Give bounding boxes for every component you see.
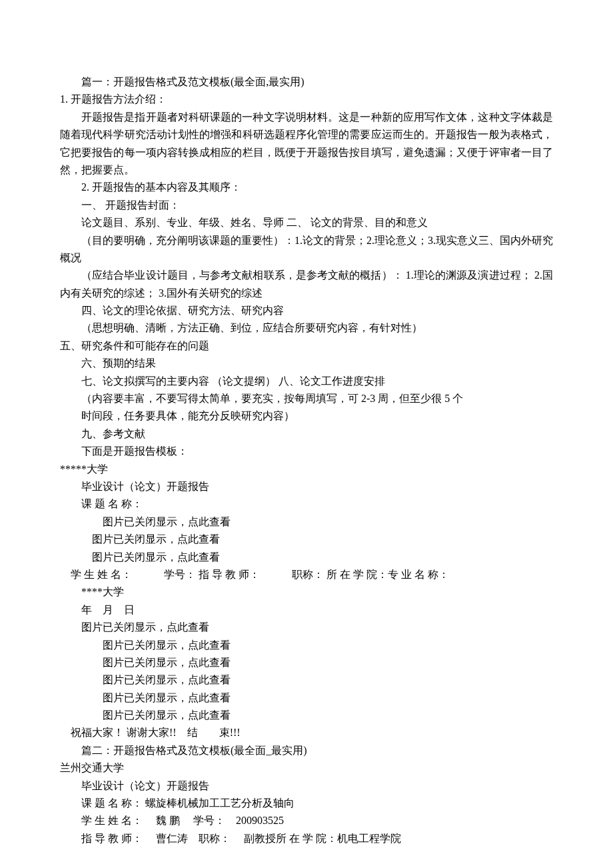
document-line: 学 生 姓 名： 学号： 指 导 教 师： 职称： 所 在 学 院：专 业 名 … [60,566,553,583]
document-line: 毕业设计（论文）开题报告 [60,478,553,495]
document-line: 图片已关闭显示，点此查看 [60,549,553,566]
document-line: 1. 开题报告方法介绍： [60,91,553,108]
document-line: 开题报告是指开题者对科研课题的一种文字说明材料。这是一种新的应用写作文体，这种文… [60,109,553,179]
document-line: 图片已关闭显示，点此查看 [60,531,553,548]
document-line: 七、论文拟撰写的主要内容 （论文提纲） 八、论文工作进度安排 [60,373,553,390]
document-line: 课 题 名 称： 螺旋棒机械加工工艺分析及轴向 [60,795,553,812]
document-line: （目的要明确，充分阐明该课题的重要性）：1.论文的背景；2.理论意义；3.现实意… [60,232,553,267]
document-page: 篇一：开题报告格式及范文模板(最全面,最实用)1. 开题报告方法介绍：开题报告是… [0,0,613,868]
document-line: 指 导 教 师： 曹仁涛 职称： 副教授所 在 学 院：机电工程学院 [60,830,553,847]
document-line: 九、参考文献 [60,425,553,443]
document-line: 五、研究条件和可能存在的问题 [60,337,553,355]
document-line: 四、论文的理论依据、研究方法、研究内容 [60,302,553,319]
document-line: 论文题目、系别、专业、年级、姓名、导师 二、 论文的背景、目的和意义 [60,214,553,231]
document-line: ****大学 [60,583,553,601]
document-line: 篇二：开题报告格式及范文模板(最全面_最实用) [60,742,553,759]
document-line: 课 题 名 称： [60,495,553,513]
document-line: 学 生 姓 名： 魏 鹏 学号： 200903525 [60,812,553,829]
document-line: 年 月 日 [60,601,553,619]
document-line: 图片已关闭显示，点此查看 [60,513,553,531]
document-line: 图片已关闭显示，点此查看 [60,689,553,707]
document-line: *****大学 [60,461,553,478]
document-line: 图片已关闭显示，点此查看 [60,671,553,689]
document-line: 六、预期的结果 [60,355,553,372]
document-line: 图片已关闭显示，点此查看 [60,654,553,671]
document-line: 毕业设计（论文）开题报告 [60,777,553,795]
document-line: 一、 开题报告封面： [60,197,553,214]
document-line: （应结合毕业设计题目，与参考文献相联系，是参考文献的概括）： 1.理论的渊源及演… [60,267,553,302]
document-line: 祝福大家！ 谢谢大家!! 结 束!!! [60,724,553,741]
document-line: 2. 开题报告的基本内容及其顺序： [60,179,553,196]
document-line: 图片已关闭显示，点此查看 [60,637,553,654]
document-line: （内容要丰富，不要写得太简单，要充实，按每周填写，可 2-3 周，但至少很 5 … [60,390,553,407]
document-line: 篇一：开题报告格式及范文模板(最全面,最实用) [60,73,553,91]
document-line: 时间段，任务要具体，能充分反映研究内容） [60,407,553,425]
document-line: 兰州交通大学 [60,759,553,777]
document-line: 图片已关闭显示，点此查看 [60,707,553,724]
document-line: 图片已关闭显示，点此查看 [60,619,553,636]
document-line: 下面是开题报告模板： [60,443,553,460]
document-line: （思想明确、清晰，方法正确、到位，应结合所要研究内容，有针对性） [60,319,553,337]
